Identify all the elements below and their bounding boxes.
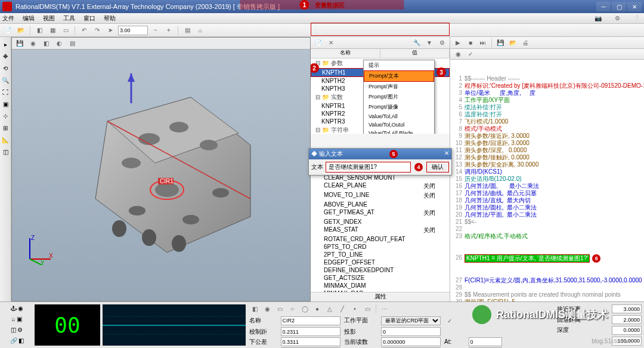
predef-item[interactable]: ABOVE_PLANE — [311, 201, 450, 208]
approach-input[interactable] — [612, 304, 642, 313]
cube-icon[interactable]: ◧ — [34, 25, 45, 36]
bt-cyl-icon[interactable]: ◯ — [299, 303, 310, 314]
proj-input[interactable] — [381, 327, 441, 336]
vp-view-icon[interactable]: ◉ — [27, 38, 38, 49]
code-step-icon[interactable]: ⏭ — [478, 38, 488, 48]
minimize-button[interactable]: ─ — [596, 2, 611, 11]
dd-item[interactable]: Prompt/声音 — [364, 82, 434, 92]
predef-item[interactable]: MINMAX_DIAM — [311, 282, 450, 290]
code-mode-icon[interactable]: ◉ — [453, 49, 463, 60]
rotate-icon[interactable]: ⟲ — [0, 63, 11, 73]
undo-icon[interactable]: ↶ — [79, 25, 89, 36]
bt-slot-icon[interactable]: ▭ — [362, 303, 373, 314]
dd-item[interactable]: Prompt/摄像 — [364, 102, 434, 112]
predef-item[interactable]: GETX_INDEX — [311, 218, 450, 226]
var-del-icon[interactable]: ✕ — [326, 38, 336, 48]
dd-item[interactable]: Value/Tol,All — [364, 112, 434, 121]
depth-input[interactable] — [612, 326, 642, 335]
help-icon[interactable]: 📷 — [593, 13, 603, 24]
predef-item[interactable]: MOVE_TO_LINE关闭 — [311, 191, 450, 201]
vp-layer-icon[interactable]: ▤ — [67, 38, 78, 49]
menu-tools[interactable]: 工具 — [63, 14, 75, 23]
b-joy-icon[interactable]: 🕹 — [11, 305, 17, 312]
dialog-close-icon[interactable]: ✕ — [444, 150, 449, 158]
code-stop-icon[interactable]: ■ — [465, 38, 476, 48]
bt-sphere-icon[interactable]: ● — [312, 303, 323, 314]
home-icon[interactable]: ⌂ — [195, 25, 206, 36]
menu-help[interactable]: 帮助 — [104, 14, 116, 23]
menu-window[interactable]: 窗口 — [83, 14, 95, 23]
open-icon[interactable]: 📂 — [16, 25, 26, 36]
arrow-icon[interactable]: ➤ — [105, 25, 116, 36]
predef-item[interactable]: EDGEPT_OFFSET — [311, 258, 450, 266]
plane-icon[interactable]: ▭ — [60, 25, 71, 36]
menu-view[interactable]: 视图 — [43, 14, 55, 23]
vp-shade-icon[interactable]: ◐ — [54, 38, 64, 49]
ctrl-input[interactable] — [281, 327, 340, 336]
predef-item[interactable]: GET_PTMEAS_AT关闭 — [311, 208, 450, 218]
info-icon[interactable]: ❔ — [631, 13, 642, 24]
code-save-icon[interactable]: 💾 — [495, 38, 506, 48]
var-gear-icon[interactable]: ⚙ — [436, 38, 447, 48]
b-net-icon[interactable]: 🔗 — [10, 337, 17, 344]
pan-icon[interactable]: ✥ — [0, 51, 11, 61]
bt-apply-icon[interactable]: ✓ — [444, 315, 455, 326]
layer2-icon[interactable]: ◫ — [0, 146, 11, 157]
menu-file[interactable]: 文件 — [2, 14, 14, 23]
predef-item[interactable]: CLEAR_PLANE关闭 — [311, 181, 450, 191]
zoom-icon[interactable]: 🔍 — [0, 75, 11, 85]
grid-icon[interactable]: ⊞ — [0, 122, 11, 133]
cfg-icon[interactable]: ⚙ — [612, 13, 623, 24]
var-filter-icon[interactable]: ▼ — [424, 38, 435, 48]
3d-viewport[interactable]: 💾 ◉ ◧ ◐ ▤ CIR1 — [11, 37, 311, 301]
curr-input[interactable] — [381, 337, 441, 346]
redo-icon[interactable]: ↷ — [92, 25, 103, 36]
predef-item[interactable]: DEFINE_INDEXEDPOINT — [311, 266, 450, 274]
pointer-icon[interactable]: ▸ — [0, 39, 11, 50]
predef-item[interactable]: GET_ACTSIZE — [311, 274, 450, 282]
close-button[interactable]: ✕ — [627, 2, 642, 11]
layer-icon[interactable]: ▤ — [182, 25, 193, 36]
b-probe-icon[interactable]: ◉ — [18, 305, 23, 312]
maximize-button[interactable]: ▢ — [612, 2, 626, 11]
dialog-ok-button[interactable]: 确认 — [426, 162, 449, 173]
code-print-icon[interactable]: 🖨 — [520, 38, 531, 48]
dd-item[interactable]: 提示 — [364, 60, 434, 70]
b-cube-icon[interactable]: ▣ — [17, 316, 22, 322]
predef-item[interactable]: 2PT_TO_LINE — [311, 251, 450, 258]
bt-cube-icon[interactable]: ◧ — [249, 303, 260, 314]
predef-item[interactable]: ROTATE_CRD_ABOUT_FEAT — [311, 235, 450, 243]
vp-cube-icon[interactable]: ◧ — [41, 38, 51, 49]
code-editor[interactable]: 1$$------- Header ------2程序标识:'Created b… — [450, 60, 644, 301]
prompt-dropdown[interactable]: 3 提示 Prompt/文本 Prompt/声音 Prompt/图片 Promp… — [363, 60, 435, 134]
code-run-icon[interactable]: ▶ — [453, 38, 463, 48]
bt-more-icon[interactable]: ⋯ — [379, 303, 390, 314]
b-home-icon[interactable]: ⌂ — [11, 316, 15, 322]
at-input[interactable] — [469, 337, 502, 346]
menu-edit[interactable]: 编辑 — [23, 14, 35, 23]
var-new-icon[interactable]: 📄 — [313, 38, 324, 48]
bt-view-icon[interactable]: ◉ — [262, 303, 273, 314]
retract-input[interactable] — [612, 315, 642, 324]
bt-cone-icon[interactable]: △ — [324, 303, 335, 314]
bt-circle-icon[interactable]: ○ — [287, 303, 298, 314]
new-icon[interactable]: 📄 — [2, 25, 13, 36]
lower-input[interactable] — [281, 337, 340, 346]
b-data-icon[interactable]: ◧ — [18, 337, 24, 344]
view1-icon[interactable]: ▦ — [47, 25, 58, 36]
predef-item[interactable]: 6PTS_TO_CRD — [311, 243, 450, 251]
dd-item[interactable]: Value/Tol,All,Blade — [364, 129, 434, 134]
dialog-text-input[interactable] — [326, 162, 411, 173]
fit-icon[interactable]: ⛶ — [0, 87, 11, 97]
name-input[interactable] — [281, 316, 340, 325]
code-check-icon[interactable]: ✓ — [465, 49, 476, 60]
coord-input[interactable] — [118, 26, 148, 35]
vp-save-icon[interactable]: 💾 — [14, 38, 25, 49]
dd-item[interactable]: Value/Tol,Outol — [364, 121, 434, 129]
select-icon[interactable]: ▣ — [0, 98, 11, 109]
plus-icon[interactable]: + — [163, 25, 174, 36]
predef-item[interactable]: MEAS_STAT关闭 — [311, 226, 450, 235]
bt-line-icon[interactable]: ╱ — [337, 303, 348, 314]
bt-plane-icon[interactable]: ▭ — [274, 303, 285, 314]
b-gear-icon[interactable]: ⚙ — [17, 327, 23, 333]
